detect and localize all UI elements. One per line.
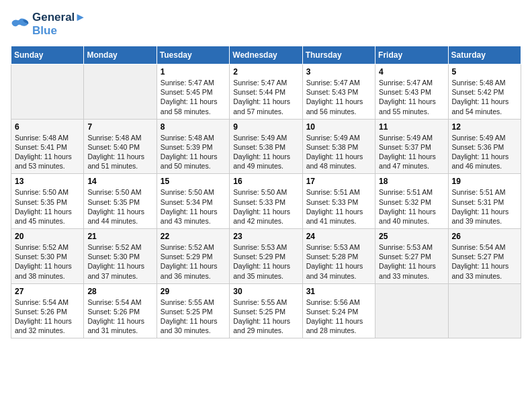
calendar-cell: 6Sunrise: 5:48 AMSunset: 5:41 PMDaylight… <box>11 119 84 174</box>
calendar-cell: 30Sunrise: 5:55 AMSunset: 5:25 PMDayligh… <box>230 283 302 338</box>
day-info: Sunrise: 5:48 AMSunset: 5:39 PMDaylight:… <box>161 133 226 171</box>
day-info: Sunrise: 5:52 AMSunset: 5:30 PMDaylight:… <box>87 242 152 281</box>
calendar-cell: 25Sunrise: 5:53 AMSunset: 5:27 PMDayligh… <box>375 229 448 284</box>
day-number: 22 <box>161 232 226 241</box>
calendar-header-friday: Friday <box>375 46 448 64</box>
calendar-week-row: 6Sunrise: 5:48 AMSunset: 5:41 PMDaylight… <box>11 119 521 174</box>
calendar-header-saturday: Saturday <box>448 46 521 64</box>
calendar-week-row: 27Sunrise: 5:54 AMSunset: 5:26 PMDayligh… <box>11 283 521 338</box>
day-info: Sunrise: 5:56 AMSunset: 5:24 PMDaylight:… <box>306 298 371 336</box>
calendar-cell: 18Sunrise: 5:51 AMSunset: 5:32 PMDayligh… <box>375 174 448 229</box>
day-info: Sunrise: 5:51 AMSunset: 5:33 PMDaylight:… <box>306 187 371 226</box>
calendar-cell: 13Sunrise: 5:50 AMSunset: 5:35 PMDayligh… <box>11 174 84 229</box>
day-number: 16 <box>233 177 298 186</box>
calendar-header-monday: Monday <box>84 46 157 64</box>
calendar-cell: 26Sunrise: 5:54 AMSunset: 5:27 PMDayligh… <box>448 229 521 284</box>
day-number: 28 <box>87 287 152 296</box>
logo-bird-icon <box>11 16 30 32</box>
calendar-week-row: 1Sunrise: 5:47 AMSunset: 5:45 PMDaylight… <box>11 64 521 120</box>
day-number: 18 <box>379 177 444 186</box>
day-info: Sunrise: 5:51 AMSunset: 5:31 PMDaylight:… <box>452 187 517 226</box>
day-number: 13 <box>15 177 80 186</box>
day-number: 2 <box>233 67 298 77</box>
day-number: 30 <box>233 287 298 296</box>
day-info: Sunrise: 5:49 AMSunset: 5:37 PMDaylight:… <box>379 133 444 171</box>
calendar-cell: 12Sunrise: 5:49 AMSunset: 5:36 PMDayligh… <box>448 119 521 174</box>
calendar-cell: 4Sunrise: 5:47 AMSunset: 5:43 PMDaylight… <box>375 64 448 120</box>
day-number: 27 <box>15 287 80 296</box>
calendar-cell <box>11 64 84 120</box>
calendar-cell: 8Sunrise: 5:48 AMSunset: 5:39 PMDaylight… <box>157 119 229 174</box>
calendar-week-row: 20Sunrise: 5:52 AMSunset: 5:30 PMDayligh… <box>11 229 521 284</box>
day-number: 21 <box>87 232 152 241</box>
calendar-cell: 20Sunrise: 5:52 AMSunset: 5:30 PMDayligh… <box>11 229 84 284</box>
day-number: 23 <box>233 232 298 241</box>
calendar-header-row: SundayMondayTuesdayWednesdayThursdayFrid… <box>11 46 521 64</box>
calendar-cell: 2Sunrise: 5:47 AMSunset: 5:44 PMDaylight… <box>230 64 302 120</box>
day-number: 12 <box>452 122 517 132</box>
calendar-header-sunday: Sunday <box>11 46 84 64</box>
day-info: Sunrise: 5:52 AMSunset: 5:29 PMDaylight:… <box>161 242 226 281</box>
day-info: Sunrise: 5:50 AMSunset: 5:33 PMDaylight:… <box>233 187 298 226</box>
day-info: Sunrise: 5:47 AMSunset: 5:43 PMDaylight:… <box>379 78 444 116</box>
calendar-cell <box>448 283 521 338</box>
day-number: 9 <box>233 122 298 132</box>
day-number: 26 <box>452 232 517 241</box>
calendar-cell: 24Sunrise: 5:53 AMSunset: 5:28 PMDayligh… <box>302 229 375 284</box>
day-info: Sunrise: 5:50 AMSunset: 5:35 PMDaylight:… <box>87 187 152 226</box>
day-number: 25 <box>379 232 444 241</box>
day-number: 7 <box>87 122 152 132</box>
day-info: Sunrise: 5:47 AMSunset: 5:45 PMDaylight:… <box>161 78 226 116</box>
calendar-week-row: 13Sunrise: 5:50 AMSunset: 5:35 PMDayligh… <box>11 174 521 229</box>
calendar-cell <box>375 283 448 338</box>
calendar-cell: 19Sunrise: 5:51 AMSunset: 5:31 PMDayligh… <box>448 174 521 229</box>
day-info: Sunrise: 5:50 AMSunset: 5:34 PMDaylight:… <box>161 187 226 226</box>
calendar-cell: 16Sunrise: 5:50 AMSunset: 5:33 PMDayligh… <box>230 174 302 229</box>
calendar-cell: 29Sunrise: 5:55 AMSunset: 5:25 PMDayligh… <box>157 283 229 338</box>
day-info: Sunrise: 5:50 AMSunset: 5:35 PMDaylight:… <box>15 187 80 226</box>
day-number: 5 <box>452 67 517 77</box>
day-info: Sunrise: 5:49 AMSunset: 5:38 PMDaylight:… <box>233 133 298 171</box>
day-number: 20 <box>15 232 80 241</box>
calendar-header-thursday: Thursday <box>302 46 375 64</box>
day-number: 14 <box>87 177 152 186</box>
calendar-cell: 9Sunrise: 5:49 AMSunset: 5:38 PMDaylight… <box>230 119 302 174</box>
day-info: Sunrise: 5:52 AMSunset: 5:30 PMDaylight:… <box>15 242 80 281</box>
day-info: Sunrise: 5:48 AMSunset: 5:42 PMDaylight:… <box>452 78 517 116</box>
day-info: Sunrise: 5:48 AMSunset: 5:40 PMDaylight:… <box>87 133 152 171</box>
day-info: Sunrise: 5:55 AMSunset: 5:25 PMDaylight:… <box>161 298 226 336</box>
day-number: 3 <box>306 67 371 77</box>
day-info: Sunrise: 5:47 AMSunset: 5:43 PMDaylight:… <box>306 78 371 116</box>
day-info: Sunrise: 5:55 AMSunset: 5:25 PMDaylight:… <box>233 298 298 336</box>
calendar-cell: 17Sunrise: 5:51 AMSunset: 5:33 PMDayligh… <box>302 174 375 229</box>
day-info: Sunrise: 5:49 AMSunset: 5:38 PMDaylight:… <box>306 133 371 171</box>
day-number: 10 <box>306 122 371 132</box>
page-header: General► Blue <box>11 11 521 38</box>
calendar-cell: 11Sunrise: 5:49 AMSunset: 5:37 PMDayligh… <box>375 119 448 174</box>
day-number: 19 <box>452 177 517 186</box>
calendar-cell: 31Sunrise: 5:56 AMSunset: 5:24 PMDayligh… <box>302 283 375 338</box>
calendar-cell: 23Sunrise: 5:53 AMSunset: 5:29 PMDayligh… <box>230 229 302 284</box>
day-number: 24 <box>306 232 371 241</box>
calendar-cell: 28Sunrise: 5:54 AMSunset: 5:26 PMDayligh… <box>84 283 157 338</box>
calendar-cell: 10Sunrise: 5:49 AMSunset: 5:38 PMDayligh… <box>302 119 375 174</box>
day-info: Sunrise: 5:53 AMSunset: 5:27 PMDaylight:… <box>379 242 444 281</box>
day-info: Sunrise: 5:53 AMSunset: 5:28 PMDaylight:… <box>306 242 371 281</box>
calendar-header-wednesday: Wednesday <box>230 46 302 64</box>
calendar-cell: 27Sunrise: 5:54 AMSunset: 5:26 PMDayligh… <box>11 283 84 338</box>
calendar-cell: 1Sunrise: 5:47 AMSunset: 5:45 PMDaylight… <box>157 64 229 120</box>
calendar-cell: 14Sunrise: 5:50 AMSunset: 5:35 PMDayligh… <box>84 174 157 229</box>
day-info: Sunrise: 5:53 AMSunset: 5:29 PMDaylight:… <box>233 242 298 281</box>
logo: General► Blue <box>11 11 86 38</box>
calendar-cell <box>84 64 157 120</box>
day-number: 29 <box>161 287 226 296</box>
calendar-cell: 21Sunrise: 5:52 AMSunset: 5:30 PMDayligh… <box>84 229 157 284</box>
logo-text: General► Blue <box>32 11 86 38</box>
day-number: 1 <box>161 67 226 77</box>
calendar-cell: 22Sunrise: 5:52 AMSunset: 5:29 PMDayligh… <box>157 229 229 284</box>
day-info: Sunrise: 5:54 AMSunset: 5:26 PMDaylight:… <box>87 298 152 336</box>
day-number: 8 <box>161 122 226 132</box>
day-number: 17 <box>306 177 371 186</box>
day-info: Sunrise: 5:48 AMSunset: 5:41 PMDaylight:… <box>15 133 80 171</box>
day-number: 4 <box>379 67 444 77</box>
